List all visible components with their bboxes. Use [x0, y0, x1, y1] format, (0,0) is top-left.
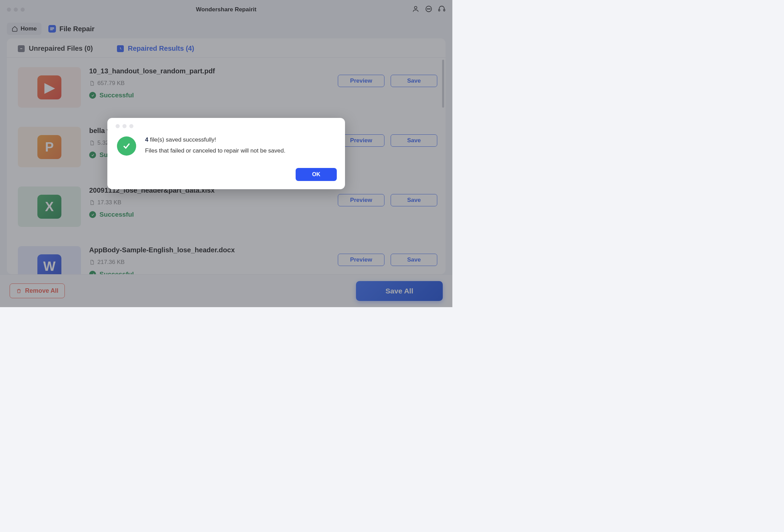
- dialog-window-controls: [116, 124, 337, 128]
- dialog-msg-suffix: file(s) saved successfully!: [148, 136, 216, 143]
- ok-button[interactable]: OK: [296, 168, 337, 181]
- success-check-icon: [117, 136, 136, 156]
- dialog-message: 4 file(s) saved successfully!: [145, 136, 285, 143]
- ok-label: OK: [312, 171, 320, 177]
- modal-overlay: 4 file(s) saved successfully! Files that…: [0, 0, 452, 307]
- dialog-close-icon[interactable]: [116, 124, 120, 128]
- save-success-dialog: 4 file(s) saved successfully! Files that…: [107, 118, 345, 189]
- dialog-maximize-icon[interactable]: [129, 124, 133, 128]
- dialog-minimize-icon[interactable]: [122, 124, 127, 128]
- dialog-note: Files that failed or canceled to repair …: [145, 147, 285, 154]
